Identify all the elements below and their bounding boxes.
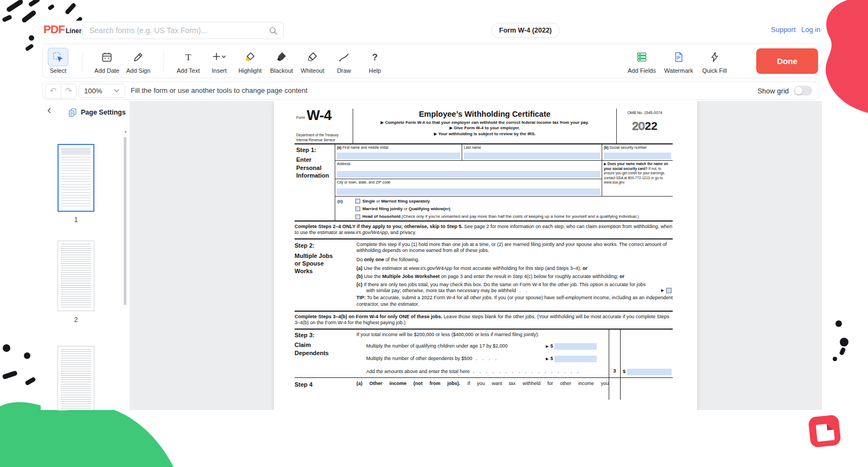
tool-add-date[interactable]: Add Date xyxy=(92,48,122,74)
tool-highlight[interactable]: Highlight xyxy=(235,48,265,74)
omb-number: OMB No. 1545-0074 xyxy=(617,111,673,116)
tool-insert[interactable]: Insert xyxy=(204,48,234,74)
form-title-cell: Employee’s Withholding Certificate ▶ Com… xyxy=(353,109,617,143)
question-mark-icon: ? xyxy=(365,48,385,66)
first-name-cell: (a) First name and middle initial xyxy=(335,144,462,160)
pdf-page: Form W-4 Department of the Treasury Inte… xyxy=(274,101,697,410)
page-1-number: 1 xyxy=(58,216,94,224)
tool-blackout[interactable]: Blackout xyxy=(266,48,297,74)
tool-add-text[interactable]: T Add Text xyxy=(173,48,203,74)
collapse-sidebar-icon[interactable]: ‹ xyxy=(47,103,51,117)
support-link[interactable]: Support xyxy=(771,26,796,34)
page-settings-button[interactable]: Page Settings xyxy=(68,108,126,117)
search-box[interactable] xyxy=(82,22,284,39)
tool-add-fields[interactable]: Add Fields xyxy=(624,48,659,74)
text-icon: T xyxy=(178,48,199,66)
step2-option-b: (b) Use the Multiple Jobs Worksheet on p… xyxy=(356,274,673,280)
page-1-thumbnail[interactable] xyxy=(58,144,94,212)
step4-line-number-column xyxy=(609,378,621,400)
step2-option-a: (a) Use the estimator at www.irs.gov/W4A… xyxy=(356,266,673,272)
step1-label-cell: Step 1: Enter Personal Information xyxy=(295,144,335,220)
filing-joint-label: Married filing jointly or Qualifying wid… xyxy=(362,206,450,212)
step1-title: Enter Personal Information xyxy=(296,156,331,179)
sidebar-scrollbar[interactable] xyxy=(124,137,126,305)
married-joint-checkbox[interactable] xyxy=(355,206,360,211)
single-checkbox[interactable] xyxy=(355,199,360,204)
zoom-value: 100% xyxy=(84,87,113,95)
step2-option-c: (c) If there are only two jobs total, yo… xyxy=(356,282,673,294)
head-of-household-checkbox[interactable] xyxy=(355,214,360,219)
two-jobs-checkbox[interactable] xyxy=(666,288,672,293)
tool-help[interactable]: ? Help xyxy=(360,48,390,74)
workspace: ‹ Page Settings 1 2 3 ▲ xyxy=(41,101,822,410)
done-button[interactable]: Done xyxy=(756,48,818,74)
show-grid-toggle[interactable] xyxy=(794,86,812,96)
form-header: Form W-4 Department of the Treasury Inte… xyxy=(295,109,673,144)
logo-liner-text: Liner xyxy=(66,27,81,35)
lightning-bolt-icon xyxy=(704,48,725,66)
ink-marks-bottom-left xyxy=(2,344,36,386)
ssa-note: ▶ Does your name match the name on your … xyxy=(602,161,673,196)
chevron-down-icon xyxy=(113,89,120,93)
w4app-link: www.irs.gov/W4App xyxy=(344,230,388,235)
form-title: Employee’s Withholding Certificate xyxy=(356,110,613,119)
tool-draw[interactable]: Draw xyxy=(329,48,359,74)
ssn-input[interactable] xyxy=(604,153,671,159)
tool-select[interactable]: Select xyxy=(43,48,73,74)
search-icon xyxy=(269,26,278,35)
qualifying-children-amount-input[interactable] xyxy=(554,343,597,350)
steps-3-4-note: Complete Steps 3–4(b) on Form W-4 for on… xyxy=(295,312,673,330)
pdf-app-icon xyxy=(808,414,841,448)
address-cell: Address xyxy=(335,161,602,179)
step2-label-cell: Step 2: Multiple Jobs or Spouse Works xyxy=(295,242,356,307)
document-title-badge: Form W-4 (2022) xyxy=(491,23,560,38)
step3-total-input[interactable] xyxy=(627,369,672,375)
filing-status-row: (c) Single or Married filing separately … xyxy=(335,197,673,220)
calendar-icon xyxy=(97,48,117,66)
last-name-cell: Last name xyxy=(462,144,602,160)
other-dependents-amount-input[interactable] xyxy=(554,356,597,362)
pdfliner-app: PDF Liner Form W-4 (2022) Support Log in… xyxy=(41,21,822,410)
step3-line-2: Multiply the number of other dependents … xyxy=(356,353,609,365)
ink-marks-right xyxy=(833,320,848,361)
scrollbar-up-arrow[interactable]: ▲ xyxy=(124,129,127,133)
step2-paragraph-1: Complete this step if you (1) hold more … xyxy=(356,242,673,254)
undo-redo-group: ↶ ↷ xyxy=(45,84,76,99)
red-blob-right xyxy=(826,0,868,113)
top-header: PDF Liner Form W-4 (2022) Support Log in xyxy=(41,21,822,42)
last-name-input[interactable] xyxy=(464,153,600,159)
search-input[interactable] xyxy=(88,26,269,35)
steps-2-4-note: Complete Steps 2–4 ONLY if they apply to… xyxy=(295,222,673,239)
thumbnail-text-lines xyxy=(61,349,91,410)
ssa-gov-link: www.ssa.gov. xyxy=(604,180,625,184)
address-input[interactable] xyxy=(337,171,600,178)
step4-amount-column xyxy=(621,378,673,400)
tool-add-sign[interactable]: Add Sign xyxy=(123,48,154,74)
tool-watermark[interactable]: Watermark xyxy=(661,48,696,74)
step2-label: Step 2: xyxy=(295,242,356,249)
city-cell: City or town, state, and ZIP code xyxy=(335,179,602,196)
city-input[interactable] xyxy=(337,188,600,195)
login-link[interactable]: Log in xyxy=(801,26,820,34)
page-2-thumbnail[interactable] xyxy=(58,241,94,311)
form-id-cell: Form W-4 Department of the Treasury Inte… xyxy=(295,109,353,143)
first-name-input[interactable] xyxy=(337,153,460,159)
select-cursor-icon xyxy=(48,48,68,66)
step3-label: Step 3: xyxy=(295,331,356,339)
green-blob-bottom-left xyxy=(0,402,174,467)
page-2-number: 2 xyxy=(58,316,94,324)
add-fields-icon xyxy=(631,48,652,66)
watermark-icon xyxy=(668,48,689,66)
page-3-thumbnail[interactable] xyxy=(58,346,94,410)
tool-quick-fill[interactable]: Quick Fill xyxy=(697,48,732,74)
redo-icon[interactable]: ↷ xyxy=(61,84,76,98)
draw-pen-icon xyxy=(334,48,354,66)
undo-icon[interactable]: ↶ xyxy=(46,84,61,98)
step4-section: Step 4 (a) Other income (not from jobs).… xyxy=(295,378,673,400)
tool-whiteout[interactable]: Whiteout xyxy=(297,48,328,74)
dept-line-2: Internal Revenue Service xyxy=(296,138,352,142)
step2-paragraph-2: Do only one of the following. xyxy=(356,257,673,263)
zoom-dropdown[interactable]: 100% xyxy=(79,84,125,98)
pdfliner-logo[interactable]: PDF Liner xyxy=(43,23,81,35)
show-grid-label: Show grid xyxy=(757,87,789,95)
